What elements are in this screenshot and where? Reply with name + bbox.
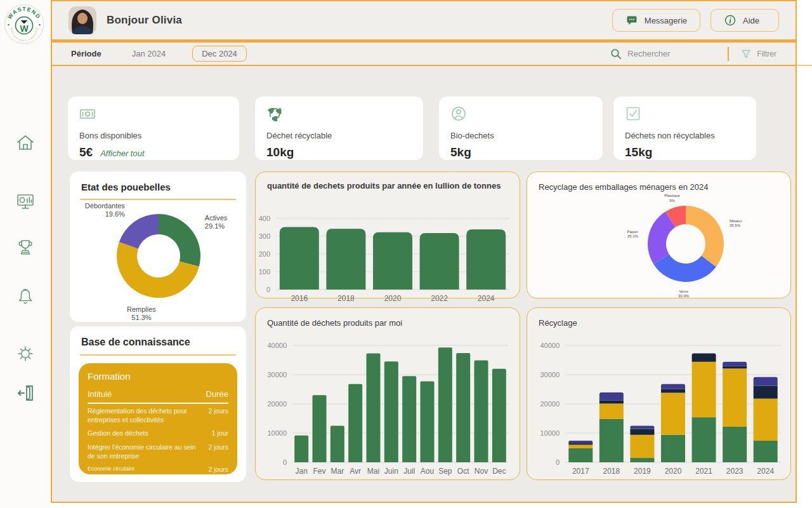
bins-status-donut: Actives29.1%Remplies51.3%Débordantes19.6… [70, 200, 246, 326]
stat-value: 15kg [625, 145, 652, 159]
svg-text:Aou: Aou [421, 467, 434, 476]
packaging-donut: Métaux35.5%Verre30.9%Papier25.1%Plastiqu… [527, 192, 790, 304]
svg-text:Débordantes19.6%: Débordantes19.6% [85, 202, 125, 218]
svg-text:Mai: Mai [367, 467, 379, 476]
stat-label: Bio-dechets [450, 131, 591, 140]
check-icon [625, 105, 641, 122]
svg-text:Verre30.9%: Verre30.9% [678, 290, 690, 298]
svg-text:40000: 40000 [540, 342, 560, 349]
monthly-bar-chart: 010000200003000040000JanFevMarAvrMaiJuin… [256, 328, 520, 488]
svg-text:2024: 2024 [478, 294, 495, 303]
svg-text:Plastique9%: Plastique9% [664, 194, 680, 203]
svg-text:Papier25.1%: Papier25.1% [627, 230, 639, 239]
col-intitule: Intitulé [88, 389, 112, 399]
avatar[interactable] [69, 6, 96, 34]
aide-label: Aide [743, 16, 759, 25]
svg-text:Oct: Oct [457, 467, 469, 476]
formation-header: Intitulé Durée [88, 389, 228, 404]
period-filter-bar: Période Jan 2024 Dec 2024 Rechercher Fil… [52, 43, 796, 66]
svg-text:40000: 40000 [267, 342, 287, 349]
svg-text:10000: 10000 [540, 429, 560, 437]
svg-text:2019: 2019 [634, 467, 651, 476]
svg-text:200: 200 [259, 250, 270, 258]
yearly-chart-card: quantité de dechets produits par année e… [255, 171, 520, 298]
monthly-chart-title: Quantité de déchets produits par moi [256, 308, 520, 328]
svg-text:Sep: Sep [438, 467, 452, 476]
sidebar: WASTEND MAKE YOUR WASTE A RESOURCE W [0, 0, 51, 508]
table-row[interactable]: Intégrer l'économie circulaire au sein d… [88, 440, 228, 462]
recycle-icon [266, 105, 283, 122]
svg-text:Dec: Dec [492, 467, 506, 476]
svg-text:300: 300 [259, 232, 270, 240]
svg-text:0: 0 [283, 458, 287, 466]
svg-text:Métaux35.5%: Métaux35.5% [730, 219, 742, 228]
monthly-chart-card: Quantité de déchets produits par moi 010… [255, 307, 520, 480]
chat-icon [625, 14, 638, 27]
stat-label: Bons disponibles [79, 131, 228, 140]
greeting-text: Bonjour Olivia [107, 14, 182, 27]
top-header: Bonjour Olivia Messagerie Aide [52, 1, 796, 39]
bell-icon[interactable] [15, 286, 36, 307]
trophy-icon[interactable] [15, 236, 36, 258]
svg-text:Juil: Juil [403, 467, 415, 476]
svg-text:30000: 30000 [267, 371, 287, 378]
table-row[interactable]: Economie circulaire 2 jours [88, 462, 228, 474]
wastend-logo: WASTEND MAKE YOUR WASTE A RESOURCE W [4, 4, 44, 44]
content-area: Bons disponibles 5€ Afficher tout Déchet… [52, 67, 796, 502]
main-frame: Bonjour Olivia Messagerie Aide Péri [51, 0, 797, 503]
stat-card-bons: Bons disponibles 5€ Afficher tout [68, 97, 239, 160]
svg-text:20000: 20000 [540, 400, 560, 408]
svg-text:400: 400 [259, 215, 270, 222]
recycling-chart-card: Récyclage 010000200003000040000201720182… [527, 307, 791, 480]
divider [797, 65, 812, 66]
recycling-stacked-chart: 0100002000030000400002017201820192020202… [527, 328, 790, 488]
bins-status-card: Etat des pouebelles Actives29.1%Remplies… [70, 171, 246, 322]
svg-text:2016: 2016 [291, 294, 308, 303]
svg-text:2020: 2020 [384, 294, 402, 303]
svg-text:2018: 2018 [337, 294, 355, 303]
search-input[interactable]: Rechercher [610, 48, 723, 60]
svg-text:Jan: Jan [295, 467, 307, 476]
yearly-bar-chart: 010020030040020162018202020222024 [256, 190, 520, 306]
svg-text:Nov: Nov [475, 467, 488, 476]
svg-text:2022: 2022 [431, 294, 448, 303]
divider [728, 47, 729, 61]
table-row[interactable]: Gestion des déchets 1 jour [88, 426, 228, 440]
svg-text:10000: 10000 [267, 429, 287, 437]
recycling-chart-title: Récyclage [527, 308, 790, 328]
stat-value: 5€ [79, 145, 93, 159]
person-icon [450, 105, 467, 122]
search-icon [610, 48, 622, 60]
home-icon[interactable] [15, 132, 36, 154]
period-end-input[interactable]: Dec 2024 [192, 46, 247, 62]
knowledge-title: Base de connaissance [70, 326, 246, 348]
filter-button[interactable]: Filtrer [740, 48, 776, 60]
banknote-icon [79, 105, 96, 122]
messagerie-button[interactable]: Messagerie [612, 9, 700, 32]
packaging-title: Recyclage des emballages ménagers en 202… [527, 172, 790, 192]
svg-text:2021: 2021 [695, 467, 712, 476]
gear-icon[interactable] [15, 343, 36, 364]
aide-button[interactable]: Aide [710, 9, 779, 32]
svg-text:2017: 2017 [572, 467, 589, 476]
stat-label: Déchet récyclable [266, 131, 412, 140]
svg-text:Fev: Fev [313, 467, 325, 476]
svg-text:0: 0 [266, 286, 270, 293]
filter-label: Filtrer [757, 50, 776, 58]
logout-icon[interactable] [15, 382, 36, 404]
info-icon [724, 14, 737, 27]
stat-value: 5kg [450, 145, 471, 159]
col-duree: Durée [206, 389, 228, 399]
messagerie-label: Messagerie [645, 16, 687, 25]
table-row[interactable]: Réglementation des déchets pour entrepri… [88, 404, 228, 426]
period-start-value[interactable]: Jan 2024 [132, 49, 166, 58]
funnel-icon [740, 48, 752, 60]
stat-label: Déchets non récyclables [625, 131, 745, 140]
svg-text:Juin: Juin [384, 467, 398, 476]
afficher-tout-link[interactable]: Afficher tout [100, 149, 144, 158]
stat-card-recyclable: Déchet récyclable 10kg [255, 97, 423, 160]
svg-text:20000: 20000 [267, 400, 287, 408]
svg-text:Actives29.1%: Actives29.1% [205, 214, 228, 230]
formation-title: Formation [88, 371, 228, 382]
dashboard-icon[interactable] [15, 190, 36, 212]
